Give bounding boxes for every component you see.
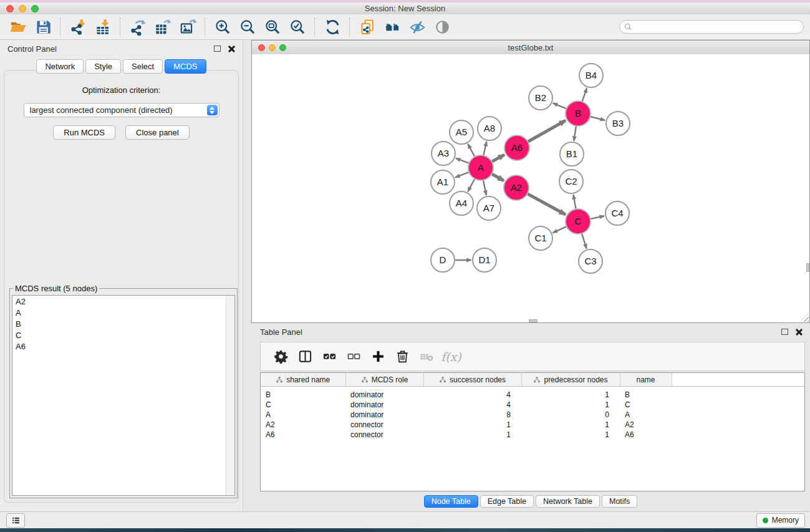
tab-motifs[interactable]: Motifs <box>602 495 637 508</box>
export-image-button[interactable] <box>175 16 200 37</box>
zoom-selected-button[interactable] <box>285 16 310 37</box>
close-panel-icon[interactable] <box>228 46 235 52</box>
result-list-scrollbar[interactable] <box>226 296 234 495</box>
node-C1[interactable]: C1 <box>529 226 552 250</box>
tab-mcds[interactable]: MCDS <box>165 59 206 74</box>
mcds-result-list[interactable]: A2ABCA6 <box>12 295 235 496</box>
show-panels-button[interactable] <box>430 16 455 37</box>
node-A[interactable]: A <box>468 155 493 180</box>
run-mcds-button[interactable]: Run MCDS <box>53 125 115 140</box>
edge-C-C1[interactable] <box>553 226 567 233</box>
table-row-A6[interactable]: A6connector11A6 <box>261 430 804 440</box>
network-canvas[interactable]: AA1A2A3A4A5A6A7A8BB1B2B3B4CC1C2C3C4DD1 <box>252 54 809 322</box>
tab-edge-table[interactable]: Edge Table <box>480 495 534 508</box>
search-box[interactable] <box>619 20 804 34</box>
mcds-result-item[interactable]: B <box>12 318 234 329</box>
node-A5[interactable]: A5 <box>450 120 473 144</box>
node-B[interactable]: B <box>566 101 591 126</box>
node-C[interactable]: C <box>566 209 591 234</box>
edge-B-B1[interactable] <box>574 126 576 141</box>
hide-panels-button[interactable] <box>405 16 430 37</box>
node-A6[interactable]: A6 <box>504 135 529 160</box>
edge-A-A1[interactable] <box>455 172 469 177</box>
select-all-button[interactable] <box>317 345 342 369</box>
tab-network[interactable]: Network <box>36 59 84 74</box>
import-table-button[interactable] <box>90 16 115 37</box>
criterion-dropdown[interactable]: largest connected component (directed) <box>24 103 219 117</box>
node-C2[interactable]: C2 <box>559 170 583 193</box>
zoom-in-button[interactable] <box>210 16 235 37</box>
edge-A-A6[interactable] <box>492 155 504 162</box>
edge-C-C2[interactable] <box>574 195 576 209</box>
edge-A-A7[interactable] <box>483 180 486 195</box>
export-table-button[interactable] <box>150 16 175 37</box>
edge-B-B3[interactable] <box>591 117 605 120</box>
column-header-MCDS-role[interactable]: MCDS role <box>345 373 423 387</box>
edge-A6-B[interactable] <box>528 120 566 142</box>
edge-B-B4[interactable] <box>582 88 587 101</box>
edge-A2-C[interactable] <box>528 194 566 215</box>
close-panel-button[interactable]: Close panel <box>125 125 190 140</box>
task-history-button[interactable] <box>6 513 25 528</box>
edge-A-A4[interactable] <box>468 179 475 191</box>
table-row-A2[interactable]: A2connector11A2 <box>261 420 804 430</box>
tab-style[interactable]: Style <box>85 59 121 74</box>
table-row-C[interactable]: Cdominator41C <box>261 400 804 410</box>
edge-C-C4[interactable] <box>591 216 604 219</box>
zoom-fit-button[interactable] <box>260 16 285 37</box>
split-panel-button[interactable] <box>293 345 317 369</box>
memory-button[interactable]: Memory <box>756 513 805 528</box>
show-all-networks-button[interactable] <box>380 16 405 37</box>
column-settings-button[interactable] <box>269 345 293 369</box>
node-A3[interactable]: A3 <box>432 142 455 165</box>
node-A7[interactable]: A7 <box>477 196 501 220</box>
app-titlebar[interactable]: Session: New Session <box>0 2 810 15</box>
import-network-button[interactable] <box>65 16 90 37</box>
zoom-out-button[interactable] <box>235 16 260 37</box>
node-table[interactable]: shared nameMCDS rolesuccessor nodesprede… <box>260 372 805 491</box>
node-A1[interactable]: A1 <box>431 170 455 194</box>
node-B3[interactable]: B3 <box>606 112 630 135</box>
create-column-button[interactable] <box>366 345 390 369</box>
tab-network-table[interactable]: Network Table <box>536 495 600 508</box>
network-vscroll-thumb[interactable] <box>806 263 809 272</box>
close-table-panel-icon[interactable] <box>796 329 803 336</box>
column-header-name[interactable]: name <box>620 373 672 387</box>
edge-A-A2[interactable] <box>492 174 504 181</box>
column-header-successor-nodes[interactable]: successor nodes <box>423 373 521 387</box>
mcds-result-item[interactable]: A2 <box>12 296 234 307</box>
apply-layout-button[interactable] <box>320 16 345 37</box>
delete-column-button[interactable] <box>390 345 415 369</box>
node-D[interactable]: D <box>431 248 455 272</box>
clone-network-button[interactable] <box>355 16 380 37</box>
table-row-A[interactable]: Adominator80A <box>261 410 804 420</box>
node-A8[interactable]: A8 <box>478 117 501 140</box>
node-B1[interactable]: B1 <box>560 142 584 166</box>
column-header-predecessor-nodes[interactable]: predecessor nodes <box>521 373 620 387</box>
search-input[interactable] <box>633 21 799 33</box>
node-D1[interactable]: D1 <box>473 248 496 272</box>
node-B4[interactable]: B4 <box>579 64 603 87</box>
column-header-shared-name[interactable]: shared name <box>261 373 345 387</box>
edge-C-C3[interactable] <box>582 234 587 249</box>
tab-node-table[interactable]: Node Table <box>424 495 478 508</box>
edge-A-A8[interactable] <box>483 142 486 155</box>
node-A2[interactable]: A2 <box>504 175 529 200</box>
open-session-button[interactable] <box>6 16 31 37</box>
float-table-panel-icon[interactable] <box>781 329 788 335</box>
network-window-titlebar[interactable]: testGlobe.txt <box>252 41 809 55</box>
mcds-result-item[interactable]: A6 <box>12 341 234 352</box>
edge-A-A5[interactable] <box>468 144 475 157</box>
export-network-button[interactable] <box>125 16 150 37</box>
node-A4[interactable]: A4 <box>450 191 473 215</box>
edge-B-B2[interactable] <box>553 103 566 109</box>
save-session-button[interactable] <box>31 16 55 37</box>
edge-A-A3[interactable] <box>456 158 469 163</box>
node-C4[interactable]: C4 <box>605 201 629 225</box>
deselect-all-button[interactable] <box>342 345 366 369</box>
mcds-result-item[interactable]: A <box>12 307 234 318</box>
network-hscroll-thumb[interactable] <box>529 319 538 322</box>
node-C3[interactable]: C3 <box>579 249 602 273</box>
tab-select[interactable]: Select <box>123 59 163 74</box>
mcds-result-item[interactable]: C <box>12 329 234 341</box>
